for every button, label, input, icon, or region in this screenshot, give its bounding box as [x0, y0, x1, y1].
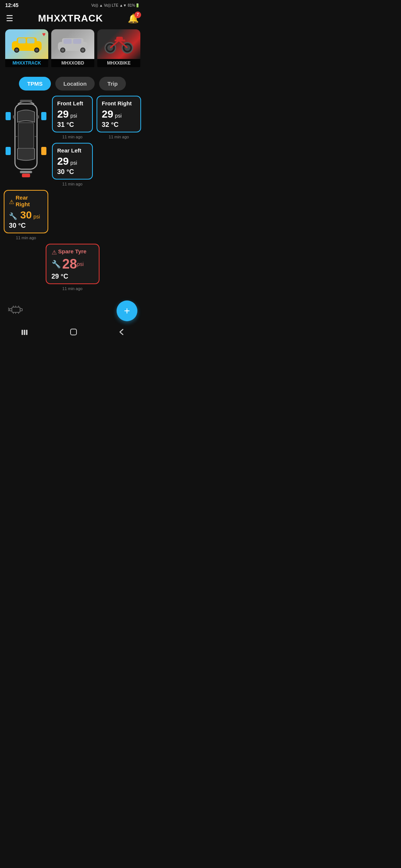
favorite-icon: ♥	[42, 31, 46, 38]
tire-header-rr: ⚠ Rear Right	[9, 194, 43, 209]
svg-point-5	[15, 49, 18, 52]
tire-psi-unit-rl: psi	[71, 160, 77, 166]
warning-icon-spare: ⚠	[52, 249, 57, 256]
nav-home-icon	[69, 328, 78, 336]
tire-psi-fl: 29	[57, 108, 69, 120]
svg-rect-38	[22, 330, 23, 335]
tire-title-fl: Front Left	[57, 100, 88, 107]
car-diagram	[4, 96, 48, 177]
svg-rect-27	[13, 115, 15, 119]
vehicle-card-bike[interactable]: MHXXBIKE	[97, 29, 140, 70]
tire-front-right[interactable]: Front Right 29 psi 32 °C 11 min ago	[97, 96, 141, 139]
svg-rect-3	[27, 38, 35, 43]
tire-card-fr: Front Right 29 psi 32 °C	[97, 96, 141, 132]
tire-title-rr: Rear Right	[16, 194, 43, 208]
tire-rear-left[interactable]: Rear Left 29 psi 30 °C 11 min ago	[52, 143, 93, 186]
tab-trip[interactable]: Trip	[99, 77, 126, 91]
notification-bell[interactable]: 🔔 7	[128, 13, 139, 24]
tire-time-fl: 11 min ago	[52, 135, 93, 139]
svg-rect-41	[71, 329, 76, 335]
signal-info: Vo)) ▲ Vo)) LTE ▲▼ 81%🔋	[91, 3, 140, 7]
svg-rect-40	[26, 330, 27, 335]
tire-psi-row-fl: 29 psi	[57, 108, 88, 120]
tire-card-rr: ⚠ Rear Right 🔧 30 psi 30 °C	[4, 190, 48, 233]
tpms-grid: Front Left 29 psi 31 °C 11 min ago	[4, 96, 141, 240]
svg-rect-11	[73, 39, 81, 44]
tpms-section: Front Left 29 psi 31 °C 11 min ago	[0, 96, 145, 291]
menu-icon[interactable]: ☰	[6, 14, 13, 23]
tire-front-left[interactable]: Front Left 29 psi 31 °C 11 min ago	[52, 96, 93, 139]
status-bar: 12:45 Vo)) ▲ Vo)) LTE ▲▼ 81%🔋	[0, 0, 145, 10]
warning-icon-rr: ⚠	[9, 198, 14, 206]
svg-rect-29	[12, 307, 20, 312]
tab-location[interactable]: Location	[55, 77, 95, 91]
tire-time-fr: 11 min ago	[97, 135, 141, 139]
nav-menu-button[interactable]	[20, 328, 29, 338]
notification-badge: 7	[134, 11, 141, 18]
vehicle-cards-list: MHXXTRACK ♥ MHXXOBD	[0, 28, 145, 74]
engine-icon-svg	[7, 303, 25, 316]
tire-spare-wrapper[interactable]: ⚠ Spare Tyre 🔧 28 psi 29 °C 11 min ago	[46, 244, 100, 291]
svg-rect-25	[20, 100, 32, 102]
nav-back-button[interactable]	[118, 328, 124, 338]
tire-temp-rl: 30 °C	[57, 168, 88, 176]
status-time: 12:45	[5, 2, 19, 8]
tire-time-spare: 11 min ago	[46, 286, 100, 291]
tire-temp-fr: 32 °C	[102, 121, 136, 129]
tire-psi-row-rr: 🔧 30 psi	[9, 209, 43, 221]
nav-back-icon	[118, 328, 124, 336]
tire-psi-rl: 29	[57, 155, 69, 167]
tire-psi-row-fr: 29 psi	[102, 108, 136, 120]
svg-rect-2	[18, 38, 26, 43]
status-right: Vo)) ▲ Vo)) LTE ▲▼ 81%🔋	[91, 3, 140, 7]
engine-icon[interactable]	[7, 303, 25, 319]
tire-psi-unit-fr: psi	[115, 113, 122, 119]
car-body-svg	[6, 96, 46, 177]
svg-rect-22	[18, 123, 34, 148]
svg-rect-26	[20, 171, 32, 173]
tire-psi-unit-rr: psi	[33, 214, 40, 220]
tire-title-rl: Rear Left	[57, 147, 88, 154]
tab-tpms[interactable]: TPMS	[19, 77, 51, 91]
tire-psi-rr: 30	[20, 209, 32, 221]
tire-temp-spare: 29 °C	[52, 273, 94, 280]
tire-rear-right[interactable]: ⚠ Rear Right 🔧 30 psi 30 °C 11 min ago	[4, 190, 48, 240]
tire-temp-fl: 31 °C	[57, 121, 88, 129]
nav-home-button[interactable]	[69, 328, 78, 338]
car-svg-wrapper	[6, 96, 46, 177]
tire-psi-spare: 28	[62, 256, 77, 272]
svg-point-13	[61, 49, 64, 52]
svg-rect-39	[24, 330, 25, 335]
tire-card-rl: Rear Left 29 psi 30 °C	[52, 143, 93, 180]
tire-psi-row-rl: 29 psi	[57, 155, 88, 167]
tire-title-spare: Spare Tyre	[58, 248, 87, 255]
svg-point-7	[35, 49, 38, 52]
tire-pressure-icon-rr: 🔧	[9, 213, 17, 220]
tire-psi-unit-fl: psi	[71, 113, 77, 119]
vehicle-card-obd[interactable]: MHXXOBD	[51, 29, 94, 70]
tire-card-spare: ⚠ Spare Tyre 🔧 28 psi 29 °C	[46, 244, 100, 284]
tire-card-fl: Front Left 29 psi 31 °C	[52, 96, 93, 132]
vehicle-img-obd	[51, 29, 94, 59]
vehicle-img-bike	[97, 29, 140, 59]
tire-pressure-icon-spare: 🔧	[52, 260, 61, 269]
app-title: MHXXTRACK	[38, 13, 103, 24]
tire-psi-unit-spare: psi	[77, 261, 84, 267]
tab-bar: TPMS Location Trip	[0, 74, 145, 96]
svg-rect-31	[20, 309, 22, 311]
svg-rect-30	[10, 309, 12, 311]
spare-header: ⚠ Spare Tyre	[52, 248, 94, 256]
tire-psi-fr: 29	[102, 108, 113, 120]
vehicle-card-track[interactable]: MHXXTRACK ♥	[5, 29, 48, 70]
spare-psi-row: 🔧 28 psi	[52, 256, 94, 272]
vehicle-label-bike: MHXXBIKE	[97, 59, 140, 67]
tire-title-fr: Front Right	[102, 100, 136, 107]
vehicle-label-track: MHXXTRACK	[5, 59, 48, 67]
tire-time-rr: 11 min ago	[4, 236, 48, 240]
svg-point-15	[81, 49, 84, 52]
fab-add-button[interactable]: +	[117, 300, 137, 321]
tire-temp-rr: 30 °C	[9, 222, 43, 230]
nav-bar	[0, 324, 145, 343]
app-header: ☰ MHXXTRACK 🔔 7	[0, 10, 145, 28]
svg-rect-28	[37, 115, 39, 119]
